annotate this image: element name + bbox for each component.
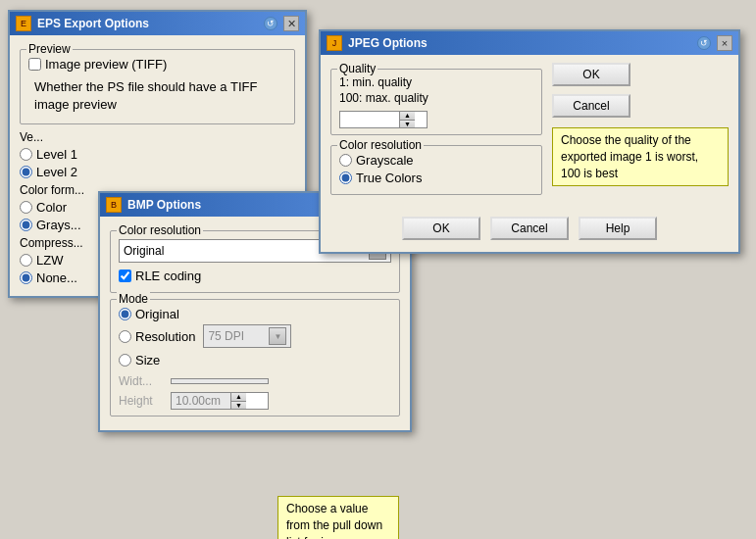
jpeg-ok2-button[interactable]: OK — [402, 217, 480, 240]
rle-checkbox[interactable] — [119, 270, 131, 282]
jpeg-color-res-group: Color resolution Grayscale True Colors — [330, 145, 542, 195]
jpeg-quality-group: Quality 1: min. quality 100: max. qualit… — [330, 69, 542, 135]
bmp-resolution-tooltip: Choose a value from the pull down list f… — [277, 496, 399, 539]
bmp-width-input — [171, 378, 269, 384]
bmp-height-input[interactable] — [172, 393, 230, 409]
jpeg-left-col: Quality 1: min. quality 100: max. qualit… — [330, 63, 542, 201]
jpeg-quality-up[interactable]: ▲ — [400, 112, 415, 121]
bmp-dpi-value: 75 DPI — [208, 329, 244, 343]
bmp-size-row: Size Choose a value from the pull down l… — [119, 350, 391, 370]
jpeg-right-col: OK Cancel Choose the quality of the expo… — [552, 63, 729, 201]
eps-spin-button[interactable]: ↺ — [264, 17, 277, 30]
bmp-height-label: Height — [119, 394, 163, 408]
bmp-height-down[interactable]: ▼ — [231, 402, 246, 410]
bmp-color-select-value: Original — [124, 244, 164, 258]
jpeg-grayscale-radio[interactable] — [339, 154, 352, 167]
jpeg-content: Quality 1: min. quality 100: max. qualit… — [321, 55, 738, 209]
bmp-resolution-radio[interactable] — [119, 330, 131, 343]
bmp-original-label: Original — [135, 307, 179, 321]
jpeg-quality-input[interactable]: 75 — [340, 112, 399, 127]
gray-label: Grays... — [36, 218, 81, 232]
color-radio[interactable] — [20, 201, 32, 214]
bmp-window-icon: B — [106, 197, 122, 213]
bmp-height-arrows: ▲ ▼ — [230, 393, 246, 409]
eps-title-text: EPS Export Options — [37, 17, 258, 30]
jpeg-max-quality: 100: max. quality — [339, 91, 533, 105]
jpeg-min-quality: 1: min. quality — [339, 75, 533, 89]
tiff-label: Image preview (TIFF) — [45, 57, 167, 72]
none-label: None... — [36, 270, 77, 285]
bmp-height-up[interactable]: ▲ — [231, 393, 246, 402]
jpeg-window: J JPEG Options ↺ × Quality 1: min. quali… — [319, 29, 740, 254]
jpeg-quality-down[interactable]: ▼ — [400, 121, 415, 128]
bmp-height-row: Height ▲ ▼ — [119, 392, 391, 410]
eps-preview-group: Preview Image preview (TIFF) Whether the… — [20, 49, 295, 124]
jpeg-truecolor-label: True Colors — [356, 171, 422, 185]
jpeg-ok-button[interactable]: OK — [552, 63, 630, 86]
level2-row: Level 2 — [20, 165, 295, 179]
jpeg-help-button[interactable]: Help — [579, 217, 657, 240]
jpeg-truecolor-row: True Colors — [339, 171, 533, 185]
level1-label: Level 1 — [36, 147, 77, 162]
bmp-width-label: Widt... — [119, 374, 163, 388]
gray-radio[interactable] — [20, 219, 32, 231]
jpeg-quality-spinbox: 75 ▲ ▼ — [339, 111, 428, 128]
jpeg-grayscale-label: Grayscale — [356, 153, 414, 168]
jpeg-bottom-buttons: OK Cancel Help — [321, 209, 738, 252]
eps-version-label: Ve... — [20, 130, 295, 144]
bmp-mode-label: Mode — [117, 292, 150, 306]
jpeg-spin-button[interactable]: ↺ — [697, 36, 711, 50]
level1-radio[interactable] — [20, 148, 32, 161]
none-radio[interactable] — [20, 271, 32, 284]
jpeg-quality-tooltip: Choose the quality of the exported image… — [552, 127, 729, 186]
level1-row: Level 1 — [20, 147, 295, 162]
eps-close-button[interactable]: ✕ — [283, 16, 299, 31]
jpeg-color-res-label: Color resolution — [337, 138, 424, 152]
bmp-mode-group: Mode Original Resolution 75 DPI ▼ Size — [110, 299, 400, 416]
rle-checkbox-row: RLE coding — [119, 269, 391, 283]
tiff-checkbox-row: Image preview (TIFF) — [28, 57, 286, 72]
jpeg-quality-arrows: ▲ ▼ — [399, 112, 415, 127]
color-label: Color — [36, 200, 67, 215]
eps-title-bar: E EPS Export Options ↺ ✕ — [10, 12, 305, 35]
bmp-resolution-radio-row: Resolution — [119, 329, 195, 344]
jpeg-grayscale-row: Grayscale — [339, 153, 533, 168]
lzw-radio[interactable] — [20, 254, 32, 267]
bmp-color-res-label: Color resolution — [117, 223, 203, 237]
tiff-description: Whether the PS file should have a TIFF i… — [28, 74, 286, 118]
jpeg-quality-spinbox-row: 75 ▲ ▼ — [339, 111, 533, 128]
bmp-height-spinbox: ▲ ▼ — [171, 392, 269, 410]
jpeg-title-text: JPEG Options — [348, 36, 691, 50]
bmp-dpi-input: 75 DPI ▼ — [203, 324, 291, 348]
level2-radio[interactable] — [20, 166, 32, 178]
jpeg-title-bar: J JPEG Options ↺ × — [321, 31, 738, 55]
bmp-size-label: Size — [135, 353, 160, 368]
lzw-label: LZW — [36, 253, 63, 268]
tiff-checkbox[interactable] — [28, 58, 41, 71]
jpeg-window-icon: J — [327, 35, 342, 51]
level2-label: Level 2 — [36, 165, 77, 179]
bmp-original-row: Original — [119, 307, 391, 321]
eps-window-icon: E — [16, 16, 31, 31]
bmp-size-radio[interactable] — [119, 354, 131, 367]
jpeg-quality-label: Quality — [337, 62, 378, 75]
jpeg-close-button[interactable]: × — [717, 35, 732, 51]
jpeg-cancel-button[interactable]: Cancel — [552, 94, 630, 118]
bmp-resolution-label: Resolution — [135, 329, 195, 344]
bmp-size-radio-row: Size — [119, 353, 160, 368]
eps-preview-label: Preview — [26, 42, 73, 56]
jpeg-truecolor-radio[interactable] — [339, 172, 352, 184]
bmp-resolution-row: Resolution 75 DPI ▼ — [119, 324, 391, 348]
bmp-dpi-arrow: ▼ — [269, 327, 286, 345]
bmp-width-row: Widt... — [119, 374, 391, 388]
bmp-original-radio[interactable] — [119, 308, 131, 320]
jpeg-cancel2-button[interactable]: Cancel — [490, 217, 569, 240]
rle-label: RLE coding — [135, 269, 201, 283]
